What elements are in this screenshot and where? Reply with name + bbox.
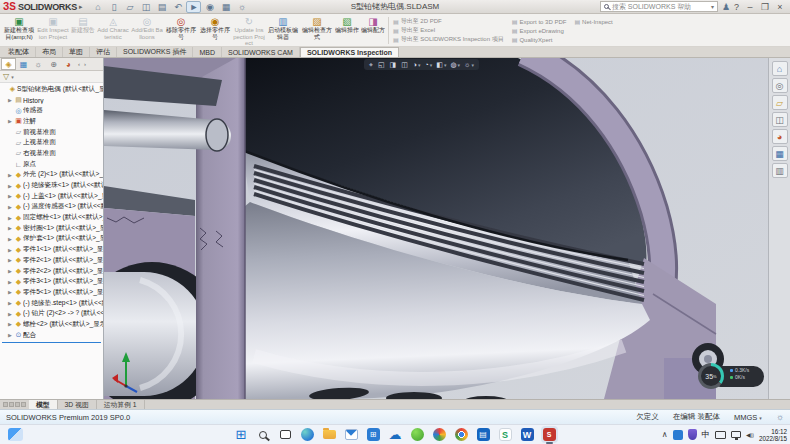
fm-tab-next-icon[interactable]: › (82, 61, 88, 67)
ribbon-tab[interactable]: SOLIDWORKS CAM (222, 47, 300, 57)
tree-item[interactable]: ▶ ◆ 密封圈<1> (默认<<默认>_显示状态 (0, 223, 103, 234)
options-gear-icon[interactable]: ☼ (234, 1, 249, 13)
undo-icon[interactable]: ↶ (170, 1, 185, 13)
tree-item[interactable]: ▶ ▱ 右视基准面 (0, 148, 103, 159)
tree-item[interactable]: ▶ ◆ 固定螺栓<1> (默认<<默认>_显示 (0, 212, 103, 223)
new-file-icon[interactable]: ▯ (106, 1, 121, 13)
tab-configurations[interactable]: ☼ (31, 58, 46, 70)
export-menu-item[interactable]: ▤ QualityXpert (512, 35, 567, 44)
file-explorer-icon[interactable] (321, 426, 338, 443)
word-icon[interactable]: W (519, 426, 536, 443)
ribbon-button[interactable]: ◎ 移除零件序号 (164, 15, 198, 46)
zoom-fit-icon[interactable]: ⌖ (369, 61, 374, 69)
export-menu-item[interactable]: ▤ Net-Inspect (574, 17, 612, 26)
tree-item[interactable]: ▶ ◆ 保护套<1> (默认<<默认>_显示状态 (0, 234, 103, 245)
ime-indicator[interactable]: 中 (702, 429, 711, 441)
export-menu-item[interactable]: ▤ 导出至 SOLIDWORKS Inspection 项目 (393, 35, 504, 44)
edit-appearance-icon[interactable]: ◍▾ (450, 61, 460, 69)
help-icon[interactable]: ? (734, 2, 739, 12)
ribbon-button[interactable]: ▧ 编辑操作 (334, 15, 360, 46)
tree-item[interactable]: ▶ ◆ 零件3<1> (默认<<默认>_显示状态 (0, 276, 103, 287)
ribbon-tab[interactable]: 评估 (90, 47, 117, 57)
tree-item[interactable]: ▶ ◆ 零件1<1> (默认<<默认>_显示状态 (0, 244, 103, 255)
tray-expand-caret[interactable]: ∧ (662, 430, 668, 439)
export-menu-item[interactable]: ▤ Export to 3D PDF (512, 17, 567, 26)
ribbon-tab[interactable]: 布局 (36, 47, 63, 57)
zoom-area-icon[interactable]: ◱ (378, 61, 386, 69)
custom-properties-icon[interactable]: ▦ (772, 146, 788, 161)
export-menu-item[interactable]: ▤ 导出至 Excel (393, 26, 504, 35)
touch-keyboard-icon[interactable] (715, 431, 726, 439)
tab-dimxpert[interactable]: ⊕ (46, 58, 61, 70)
ribbon-button[interactable]: ◬ Add Characteristic (96, 15, 130, 46)
restore-button[interactable]: ❐ (758, 2, 772, 12)
edge-icon[interactable] (299, 426, 316, 443)
green-app-icon[interactable] (409, 426, 426, 443)
task-view-icon[interactable] (277, 426, 294, 443)
save-icon[interactable]: ◫ (138, 1, 153, 13)
ribbon-button[interactable]: ▣ Edit Inspection Project (36, 15, 70, 46)
tree-item[interactable]: ▶ ◆ (-) 温度传感器<1> (默认<<默认>_ (0, 202, 103, 213)
ribbon-tab[interactable]: SOLIDWORKS 插件 (117, 47, 193, 57)
section-view-icon[interactable]: ◨ (390, 61, 398, 69)
view-orientation-icon[interactable]: ◑▾ (413, 61, 421, 68)
search-dropdown-icon[interactable]: ▾ (711, 3, 714, 10)
dynamic-annotation-icon[interactable]: ◫ (401, 61, 409, 69)
search-icon[interactable] (255, 426, 272, 443)
print-icon[interactable]: ▤ (154, 1, 169, 13)
ribbon-button[interactable]: ▤ 新建报告 (70, 15, 96, 46)
tree-item[interactable]: ▶ ◈ S型铂铑热电偶 (默认<默认_显示状态-1> (0, 84, 103, 95)
tree-item[interactable]: ▶ ∟ 原点 (0, 159, 103, 170)
ribbon-tab[interactable]: 草图 (63, 47, 90, 57)
onedrive-icon[interactable]: ☁ (387, 426, 404, 443)
widgets-icon[interactable] (8, 428, 23, 441)
viewport-tab[interactable]: 3D 视图 (58, 400, 97, 409)
tab-property-manager[interactable]: ▦ (16, 58, 31, 70)
ribbon-button[interactable]: ▣ 新建检查项目(amp;N) (2, 15, 36, 46)
tree-item[interactable]: ▶ ◆ (-) 绝缘瓷珠<1> (默认<<默认>_显 (0, 180, 103, 191)
tree-item[interactable]: ▶ ▤ History (0, 95, 103, 106)
viewport-tab[interactable]: 模型 (29, 400, 58, 409)
tree-filter-row[interactable]: ▽ ▾ (0, 71, 103, 83)
display-settings-icon[interactable]: ▦ (218, 1, 233, 13)
tree-item[interactable]: ▶ ▱ 上视基准面 (0, 137, 103, 148)
start-button[interactable]: ⊞ (233, 426, 250, 443)
ribbon-tab[interactable]: 装配体 (2, 47, 36, 57)
wps-s-icon[interactable]: S (497, 426, 514, 443)
units-selector[interactable]: MMGS▾ (734, 413, 762, 422)
viewport-tab[interactable]: 运动算例 1 (97, 400, 145, 409)
export-menu-item[interactable]: ▤ 导出至 2D PDF (393, 17, 504, 26)
tray-shield-icon[interactable] (688, 429, 697, 440)
pane-splitter-buttons[interactable] (0, 400, 29, 409)
file-explorer-icon[interactable]: ▱ (772, 95, 788, 110)
taskbar-clock[interactable]: 16:12 2022/8/15 (759, 428, 787, 442)
tree-item[interactable]: ▶ ◆ 外壳 (2)<1> (默认<<默认>_显示状 (0, 170, 103, 181)
search-input[interactable]: 搜索 SOLIDWORKS 帮助 ▾ (600, 1, 718, 12)
volume-icon[interactable]: ◀ (746, 431, 754, 438)
ribbon-button[interactable]: ↻ Update Inspection Project (232, 15, 266, 46)
ribbon-button[interactable]: ▥ 启动模板编辑器 (266, 15, 300, 46)
login-person-icon[interactable]: ♟ (722, 2, 730, 12)
hide-show-items-icon[interactable]: ◧▾ (436, 61, 446, 69)
apply-scene-icon[interactable]: ☼▾ (464, 61, 474, 68)
display-style-icon[interactable]: ◔▾ (425, 61, 433, 68)
tree-item[interactable]: ▶ ⊙ 配合 (0, 330, 103, 341)
graphics-viewport[interactable]: ⌖ ◱ ◨ ◫ ◑▾ ◔▾ ◧▾ ◍▾ ☼▾ 35% (104, 58, 768, 399)
home-icon[interactable]: ⌂ (90, 1, 105, 13)
tree-item[interactable]: ▶ ◆ 零件5<1> (默认<<默认>_显示状态 (0, 287, 103, 298)
tree-item[interactable]: ▶ ◆ (-) 铂片 (2)<2> -> ? (默认<<默认 (0, 308, 103, 319)
ribbon-tab[interactable]: SOLIDWORKS Inspection (300, 47, 399, 57)
ribbon-button[interactable]: ◨ 编辑配方 (360, 15, 386, 46)
filter-dropdown-icon[interactable]: ▾ (11, 74, 14, 80)
ribbon-button[interactable]: ▨ 编辑检查方式 (300, 15, 334, 46)
solidworks-app-icon[interactable]: S (541, 426, 558, 443)
tree-item[interactable]: ▶ ◆ 零件2<1> (默认<<默认>_显示状态 (0, 255, 103, 266)
export-menu-item[interactable]: ▤ Export eDrawing (512, 26, 567, 35)
performance-widget[interactable]: 35% 0.3K/s 0K/s (698, 363, 764, 390)
tree-item[interactable]: ▶ ◆ (-) 上盖<1> (默认<<默认>_显示状 (0, 191, 103, 202)
browser-360-icon[interactable] (431, 426, 448, 443)
view-palette-icon[interactable]: ◫ (772, 112, 788, 127)
monitor-icon[interactable] (731, 431, 741, 438)
tree-item[interactable]: ▶ ◆ 零件2<2> (默认<<默认>_显示状态 (0, 266, 103, 277)
tab-feature-tree[interactable]: ◈ (1, 58, 16, 70)
